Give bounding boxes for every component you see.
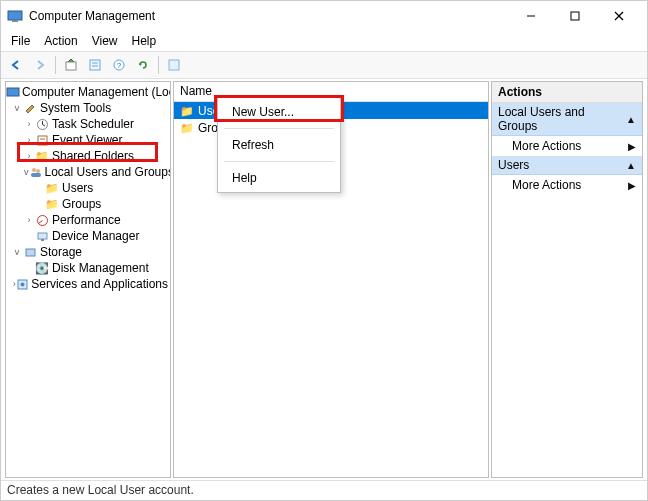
tree-label: System Tools (40, 101, 111, 115)
statusbar: Creates a new Local User account. (1, 480, 647, 500)
svg-rect-13 (7, 88, 19, 96)
tree-system-tools[interactable]: v System Tools (6, 100, 170, 116)
tree-label: Users (62, 181, 93, 195)
context-help[interactable]: Help (218, 166, 340, 190)
tree-performance[interactable]: › Performance (6, 212, 170, 228)
actions-item-label: More Actions (512, 139, 581, 153)
actions-group-label: Users (498, 158, 529, 172)
clock-icon (34, 116, 50, 132)
console-tree[interactable]: Computer Management (Local) v System Too… (5, 81, 171, 478)
tree-event-viewer[interactable]: › Event Viewer (6, 132, 170, 148)
tree-label: Groups (62, 197, 101, 211)
tree-label: Storage (40, 245, 82, 259)
disk-icon (34, 260, 50, 276)
svg-rect-3 (571, 12, 579, 20)
folder-icon (180, 121, 194, 135)
tree-label: Services and Applications (31, 277, 168, 291)
help-button[interactable]: ? (108, 54, 130, 76)
actions-title: Actions (492, 82, 642, 103)
status-text: Creates a new Local User account. (7, 483, 194, 497)
tree-root-label: Computer Management (Local) (22, 85, 171, 99)
tree-task-scheduler[interactable]: › Task Scheduler (6, 116, 170, 132)
tree-label: Event Viewer (52, 133, 122, 147)
titlebar: Computer Management (1, 1, 647, 31)
svg-rect-12 (169, 60, 179, 70)
window-title: Computer Management (29, 9, 509, 23)
svg-rect-25 (41, 239, 44, 241)
actions-group-label: Local Users and Groups (498, 105, 626, 133)
folder-icon (180, 104, 194, 118)
menu-help[interactable]: Help (126, 32, 163, 50)
folder-icon (44, 180, 60, 196)
event-icon (34, 132, 50, 148)
folder-icon (34, 148, 50, 164)
device-icon (34, 228, 50, 244)
menu-action[interactable]: Action (38, 32, 83, 50)
svg-line-23 (39, 220, 43, 223)
app-icon (7, 8, 23, 24)
tree-local-users-groups[interactable]: v Local Users and Groups (6, 164, 170, 180)
tree-label: Device Manager (52, 229, 139, 243)
tree-shared-folders[interactable]: › Shared Folders (6, 148, 170, 164)
properties-button[interactable] (84, 54, 106, 76)
svg-rect-24 (38, 233, 47, 239)
actions-pane: Actions Local Users and Groups ▲ More Ac… (491, 81, 643, 478)
storage-icon (22, 244, 38, 260)
tree-label: Task Scheduler (52, 117, 134, 131)
tree-label: Shared Folders (52, 149, 134, 163)
actions-group-users[interactable]: Users ▲ (492, 156, 642, 175)
tree-disk-management[interactable]: Disk Management (6, 260, 170, 276)
svg-rect-1 (12, 20, 18, 22)
mmc-icon (6, 84, 20, 100)
forward-button[interactable] (29, 54, 51, 76)
menubar: File Action View Help (1, 31, 647, 51)
toolbar: ? (1, 51, 647, 79)
context-separator (224, 128, 334, 129)
refresh-button[interactable] (132, 54, 154, 76)
actions-item-label: More Actions (512, 178, 581, 192)
svg-point-19 (32, 168, 36, 172)
collapse-icon: ▲ (626, 114, 636, 125)
collapse-icon: ▲ (626, 160, 636, 171)
context-separator (224, 161, 334, 162)
submenu-icon: ▶ (628, 180, 636, 191)
actions-more-2[interactable]: More Actions ▶ (492, 175, 642, 195)
up-button[interactable] (60, 54, 82, 76)
services-icon (16, 276, 29, 292)
back-button[interactable] (5, 54, 27, 76)
context-new-user[interactable]: New User... (218, 100, 340, 124)
perf-icon (34, 212, 50, 228)
tree-device-manager[interactable]: Device Manager (6, 228, 170, 244)
svg-rect-6 (66, 62, 76, 70)
tree-services-apps[interactable]: › Services and Applications (6, 276, 170, 292)
tree-label: Disk Management (52, 261, 149, 275)
maximize-button[interactable] (553, 1, 597, 31)
context-menu: New User... Refresh Help (217, 97, 341, 193)
svg-rect-0 (8, 11, 22, 20)
svg-point-28 (21, 282, 25, 286)
actions-group-local-users[interactable]: Local Users and Groups ▲ (492, 103, 642, 136)
users-icon (29, 164, 43, 180)
submenu-icon: ▶ (628, 141, 636, 152)
menu-file[interactable]: File (5, 32, 36, 50)
actions-more-1[interactable]: More Actions ▶ (492, 136, 642, 156)
folder-icon (44, 196, 60, 212)
svg-point-20 (36, 169, 40, 173)
tree-root[interactable]: Computer Management (Local) (6, 84, 170, 100)
tools-icon (22, 100, 38, 116)
context-refresh[interactable]: Refresh (218, 133, 340, 157)
svg-rect-7 (90, 60, 100, 70)
close-button[interactable] (597, 1, 641, 31)
toolbar-extra-button[interactable] (163, 54, 185, 76)
tree-label: Performance (52, 213, 121, 227)
tree-users[interactable]: Users (6, 180, 170, 196)
svg-text:?: ? (117, 61, 122, 70)
tree-groups[interactable]: Groups (6, 196, 170, 212)
minimize-button[interactable] (509, 1, 553, 31)
tree-storage[interactable]: v Storage (6, 244, 170, 260)
menu-view[interactable]: View (86, 32, 124, 50)
svg-rect-26 (26, 249, 35, 256)
svg-rect-17 (38, 136, 47, 145)
tree-label: Local Users and Groups (45, 165, 172, 179)
svg-rect-21 (31, 173, 41, 177)
